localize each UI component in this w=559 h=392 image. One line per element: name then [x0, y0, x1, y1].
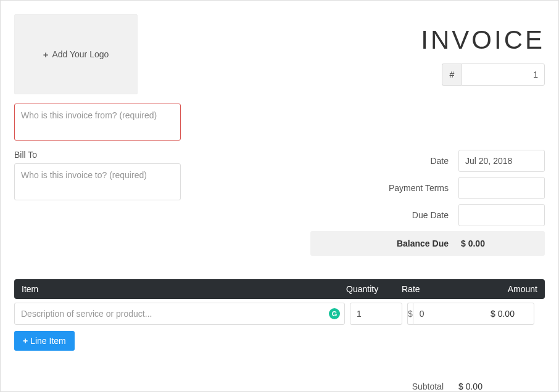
add-logo-label: Add Your Logo [52, 49, 109, 59]
subtotal-row: Subtotal $ 0.00 [14, 382, 545, 391]
balance-label: Balance Due [320, 239, 449, 248]
items-table: Item Quantity Rate Amount G $ $ 0.00 + L… [14, 279, 545, 351]
grammarly-icon: G [329, 308, 340, 319]
totals-block: Subtotal $ 0.00 Tax % ▾ + Discount + Shi… [14, 382, 545, 392]
rate-group: $ [407, 303, 478, 325]
balance-row: Balance Due $ 0.00 [310, 231, 545, 256]
rate-currency-label: $ [407, 303, 413, 325]
plus-icon: + [23, 336, 28, 346]
invoice-number-input[interactable] [462, 63, 545, 86]
date-label: Date [310, 156, 449, 166]
meta-block: Date Payment Terms Due Date Balance Due … [310, 150, 545, 256]
top-row: + Add Your Logo INVOICE # [14, 14, 545, 94]
add-line-label: Line Item [30, 336, 66, 346]
date-input[interactable] [458, 150, 545, 172]
plus-icon: + [43, 49, 49, 60]
header-right: INVOICE # [421, 14, 545, 86]
terms-input[interactable] [458, 177, 545, 199]
col-qty-header: Quantity [346, 284, 402, 294]
due-label: Due Date [310, 210, 449, 220]
balance-value: $ 0.00 [461, 239, 535, 248]
date-row: Date [310, 150, 545, 172]
item-description-input[interactable] [14, 303, 345, 325]
amount-value: $ 0.00 [483, 309, 545, 319]
due-input[interactable] [458, 204, 545, 226]
from-input[interactable] [14, 104, 181, 141]
invoice-number-prefix: # [442, 63, 462, 86]
table-row: G $ $ 0.00 [14, 299, 545, 329]
invoice-title: INVOICE [421, 25, 545, 55]
terms-label: Payment Terms [310, 183, 449, 193]
item-desc-wrap: G [14, 303, 345, 325]
bill-to-input[interactable] [14, 163, 181, 200]
col-amount-header: Amount [476, 284, 537, 294]
mid-row: Bill To Date Payment Terms Due Date Bala… [14, 150, 545, 256]
from-block [14, 104, 545, 142]
quantity-input[interactable] [350, 303, 402, 325]
col-item-header: Item [22, 284, 346, 294]
bill-to-label: Bill To [14, 150, 181, 160]
due-row: Due Date [310, 204, 545, 226]
table-header: Item Quantity Rate Amount [14, 279, 545, 299]
col-rate-header: Rate [402, 284, 476, 294]
subtotal-value: $ 0.00 [458, 382, 545, 391]
bill-to-block: Bill To [14, 150, 181, 202]
invoice-page: + Add Your Logo INVOICE # Bill To Date P… [0, 0, 559, 392]
invoice-number-group: # [442, 63, 545, 86]
terms-row: Payment Terms [310, 177, 545, 199]
add-line-item-button[interactable]: + Line Item [14, 331, 75, 351]
add-logo-button[interactable]: + Add Your Logo [14, 14, 138, 94]
subtotal-label: Subtotal [382, 382, 444, 391]
